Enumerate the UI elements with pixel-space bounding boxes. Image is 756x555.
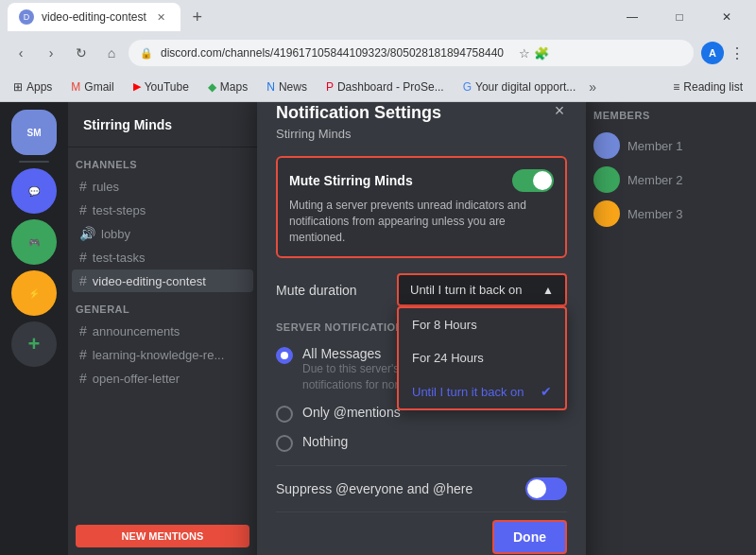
member-item-1: Member 1: [586, 129, 756, 163]
dropdown-option-24hours[interactable]: For 24 Hours: [399, 341, 565, 374]
suppress-label: Suppress @everyone and @here: [276, 481, 472, 496]
members-header: Members: [586, 102, 756, 129]
gmail-icon: M: [71, 80, 80, 94]
extension-puzzle-icon[interactable]: 🧩: [534, 46, 549, 61]
bookmark-digital[interactable]: G Your digital opport...: [457, 78, 582, 95]
suppress-toggle-knob: [527, 479, 546, 498]
browser-tab[interactable]: D video-editing-contest ✕: [8, 3, 180, 31]
minimize-button[interactable]: —: [610, 0, 654, 34]
channel-name-open-offer: open-offer-letter: [93, 372, 180, 386]
bookmark-gmail-label: Gmail: [84, 80, 113, 94]
server-icon-stirring-minds[interactable]: SM: [11, 110, 57, 155]
channel-item-video-editing[interactable]: # video-editing-contest: [72, 269, 253, 292]
channel-name-announcements: announcements: [93, 324, 180, 338]
maps-icon: ◆: [208, 80, 216, 94]
server-icon-3[interactable]: 🎮: [11, 219, 57, 265]
modal-subtitle: Stirring Minds: [276, 127, 567, 141]
reload-button[interactable]: ↻: [68, 40, 94, 66]
suppress-toggle[interactable]: [525, 477, 567, 500]
tab-close-button[interactable]: ✕: [154, 9, 169, 25]
dropdown-option-until[interactable]: Until I turn it back on ✔: [399, 374, 565, 408]
mute-duration-dropdown[interactable]: Until I turn it back on ▲: [397, 273, 567, 306]
hash-icon: #: [79, 179, 87, 194]
browser-frame: D video-editing-contest ✕ + — □ ✕ ‹ › ↻ …: [0, 0, 756, 555]
radio-nothing[interactable]: Nothing: [276, 428, 567, 458]
apps-grid-icon: ⊞: [13, 80, 23, 94]
member-avatar-2: [593, 166, 620, 193]
profile-button[interactable]: A: [701, 42, 724, 64]
bookmark-dashboard-label: Dashboard - ProSe...: [337, 80, 444, 94]
right-sidebar: Members Member 1 Member 2 Member 3: [586, 102, 756, 555]
server-icon-4[interactable]: ⚡: [11, 270, 57, 316]
bookmark-apps[interactable]: ⊞ Apps: [8, 78, 58, 95]
hash-icon: #: [79, 273, 87, 288]
channel-item-test-steps[interactable]: # test-steps: [72, 199, 253, 221]
add-server-button[interactable]: +: [11, 321, 57, 367]
reading-list-icon: ≡: [673, 80, 679, 94]
mute-toggle[interactable]: [512, 169, 554, 192]
channel-item-lobby[interactable]: 🔊 lobby: [72, 222, 253, 245]
url-bar[interactable]: 🔒 discord.com/channels/41961710584410932…: [129, 40, 694, 66]
bookmark-apps-label: Apps: [26, 80, 52, 94]
hash-icon: #: [79, 347, 87, 362]
mute-section: Mute Stirring Minds Muting a server prev…: [276, 156, 567, 258]
maximize-button[interactable]: □: [658, 0, 701, 34]
channel-name-test-tasks: test-tasks: [93, 251, 146, 265]
new-mentions-button[interactable]: NEW MENTIONS: [76, 525, 249, 547]
mute-duration-label: Mute duration: [276, 283, 357, 298]
reading-list-label: Reading list: [683, 80, 743, 94]
chat-area: Chat messages here... Notification Setti…: [257, 102, 586, 555]
channel-item-announcements[interactable]: # announcements: [72, 320, 253, 342]
home-button[interactable]: ⌂: [98, 40, 125, 66]
new-tab-button[interactable]: +: [184, 4, 211, 30]
browser-actions: A ⋮: [701, 42, 748, 64]
google-g-icon: G: [463, 80, 472, 94]
member-avatar-3: [593, 200, 620, 227]
mute-description: Muting a server prevents unread indicato…: [289, 198, 554, 245]
bookmark-maps-label: Maps: [220, 80, 248, 94]
server-icon-2[interactable]: 💬: [11, 168, 57, 214]
reading-list-button[interactable]: ≡ Reading list: [667, 78, 748, 95]
bookmark-digital-label: Your digital opport...: [475, 80, 576, 94]
selected-checkmark-icon: ✔: [541, 384, 552, 399]
option-until-label: Until I turn it back on: [412, 385, 524, 399]
radio-inner: [281, 352, 288, 359]
main-content: SM 💬 🎮 ⚡ + Stirring Minds CHANNELS # rul…: [0, 102, 756, 555]
server-name-text: Stirring Minds: [83, 117, 172, 132]
youtube-icon: ▶: [133, 80, 141, 93]
modal-close-button[interactable]: ×: [548, 102, 571, 122]
radio-nothing-content: Nothing: [302, 434, 567, 449]
dropdown-option-8hours[interactable]: For 8 Hours: [399, 308, 565, 341]
back-button[interactable]: ‹: [8, 40, 34, 66]
channel-item-test-tasks[interactable]: # test-tasks: [72, 246, 253, 269]
bookmarks-overflow-icon[interactable]: »: [589, 79, 596, 95]
address-bar: ‹ › ↻ ⌂ 🔒 discord.com/channels/419617105…: [0, 34, 756, 72]
bookmark-news[interactable]: N News: [261, 78, 313, 95]
menu-dots-icon[interactable]: ⋮: [726, 44, 748, 62]
channel-item-learning[interactable]: # learning-knowledge-re...: [72, 343, 253, 366]
bookmark-maps[interactable]: ◆ Maps: [202, 78, 253, 95]
channel-category-general2: GENERAL: [68, 300, 257, 319]
channel-name-test-steps: test-steps: [93, 203, 146, 217]
channel-name-rules: rules: [93, 180, 119, 194]
discord-server-sidebar: SM 💬 🎮 ⚡ +: [0, 102, 68, 555]
discord-app: SM 💬 🎮 ⚡ + Stirring Minds CHANNELS # rul…: [0, 102, 756, 555]
modal-overlay[interactable]: Notification Settings Stirring Minds × M…: [257, 102, 586, 555]
channel-item-rules[interactable]: # rules: [72, 175, 253, 198]
bookmark-dashboard[interactable]: P Dashboard - ProSe...: [320, 78, 450, 95]
hash-icon: #: [79, 202, 87, 217]
dashboard-icon: P: [326, 80, 334, 94]
channel-item-open-offer[interactable]: # open-offer-letter: [72, 367, 253, 390]
member-name-1: Member 1: [627, 139, 683, 153]
option-8hours-label: For 8 Hours: [412, 318, 477, 332]
radio-all-messages-circle: [276, 347, 293, 364]
bookmark-star-icon[interactable]: ☆: [519, 46, 530, 61]
channel-list: Stirring Minds CHANNELS # rules # test-s…: [68, 102, 257, 555]
bookmark-youtube[interactable]: ▶ YouTube: [128, 78, 195, 95]
bookmark-gmail[interactable]: M Gmail: [65, 78, 119, 95]
close-button[interactable]: ✕: [705, 0, 748, 34]
channel-category-general: CHANNELS: [68, 155, 257, 174]
forward-button[interactable]: ›: [38, 40, 64, 66]
done-button[interactable]: Done: [492, 520, 567, 554]
member-name-2: Member 2: [627, 173, 683, 187]
